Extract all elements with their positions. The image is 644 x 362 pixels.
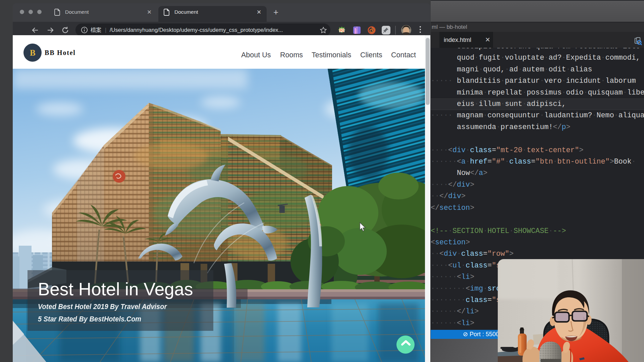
- svg-text:SQ: SQ: [339, 28, 344, 32]
